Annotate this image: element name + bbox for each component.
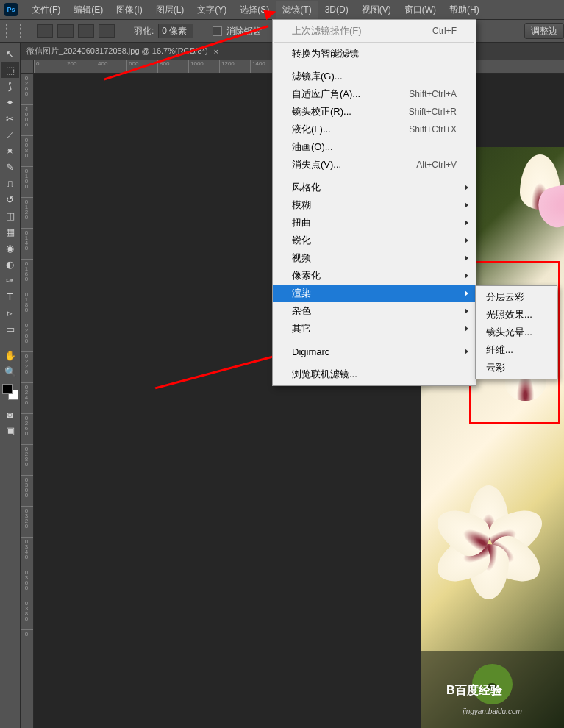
marquee-tool-icon[interactable]: ⬚ [1,62,19,78]
menu-video[interactable]: 视频 [273,249,476,267]
menu-help[interactable]: 帮助(H) [443,1,486,19]
menu-layer[interactable]: 图层(L) [149,1,191,19]
brush-tool-icon[interactable]: ✎ [1,159,19,175]
submenu-lens-flare[interactable]: 镜头光晕... [476,324,557,341]
type-tool-icon[interactable]: T [1,288,19,304]
menu-3d[interactable]: 3D(D) [318,1,355,18]
selection-intersect-icon[interactable] [99,24,115,38]
menu-blur[interactable]: 模糊 [273,196,476,214]
submenu-difference-clouds[interactable]: 分层云彩 [476,288,557,306]
menu-edit[interactable]: 编辑(E) [67,1,110,19]
antialias-label: 消除锯齿 [226,25,262,38]
menu-file[interactable]: 文件(F) [25,1,67,19]
menu-oil-paint[interactable]: 油画(O)... [273,138,476,156]
watermark-brand: B百度经验 [446,683,502,699]
feather-label: 羽化: [134,25,154,38]
menu-type[interactable]: 文字(Y) [190,1,233,19]
move-tool-icon[interactable]: ↖ [1,46,19,62]
screenmode-icon[interactable]: ▣ [1,422,19,438]
menu-distort[interactable]: 扭曲 [273,214,476,232]
filter-dropdown-menu: 上次滤镜操作(F) Ctrl+F 转换为智能滤镜 滤镜库(G)... 自适应广角… [272,19,476,386]
menu-bar: Ps 文件(F) 编辑(E) 图像(I) 图层(L) 文字(Y) 选择(S) 滤… [0,0,564,19]
menu-adaptive-wide[interactable]: 自适应广角(A)... Shift+Ctrl+A [273,85,476,103]
feather-input[interactable] [158,24,193,38]
menu-other[interactable]: 其它 [273,320,476,338]
ruler-vertical[interactable]: 0200400600800100012001400160018002000220… [21,74,34,728]
ruler-corner [21,60,34,74]
menu-stylize[interactable]: 风格化 [273,179,476,196]
ps-logo-icon[interactable]: Ps [4,3,18,16]
quickmask-icon[interactable]: ◙ [1,406,19,422]
menu-render[interactable]: 渲染 [273,285,476,302]
watermark: B百度经验 jingyan.baidu.com [421,651,564,728]
marquee-tool-icon[interactable] [6,24,21,38]
menu-convert-smart[interactable]: 转换为智能滤镜 [273,45,476,63]
selection-subtract-icon[interactable] [78,24,94,38]
history-brush-icon[interactable]: ↺ [1,191,19,207]
menu-select[interactable]: 选择(S) [233,1,276,19]
menu-lens-correction[interactable]: 镜头校正(R)... Shift+Ctrl+R [273,103,476,121]
antialias-checkbox[interactable] [213,26,222,36]
tab-close-icon[interactable]: × [214,47,218,56]
shape-tool-icon[interactable]: ▭ [1,321,19,337]
watermark-url: jingyan.baidu.com [463,707,522,715]
selection-add-icon[interactable] [57,24,74,38]
lasso-tool-icon[interactable]: ⟆ [1,78,19,94]
foreground-color[interactable] [2,384,13,394]
menu-filter-gallery[interactable]: 滤镜库(G)... [273,68,476,85]
selection-new-icon[interactable] [37,24,53,38]
menu-view[interactable]: 视图(V) [355,1,398,19]
color-swatch[interactable] [2,384,18,400]
path-tool-icon[interactable]: ▹ [1,304,19,321]
toolbox: ↖ ⬚ ⟆ ✦ ✂ ⟋ ✷ ✎ ⎍ ↺ ◫ ▦ ◉ ◐ ✑ T ▹ ▭ ✋ 🔍 … [0,43,21,728]
menu-browse-online[interactable]: 浏览联机滤镜... [273,365,476,383]
eyedropper-tool-icon[interactable]: ⟋ [1,126,19,143]
menu-window[interactable]: 窗口(W) [398,1,443,19]
menu-vanishing-point[interactable]: 消失点(V)... Alt+Ctrl+V [273,156,476,174]
render-submenu: 分层云彩 光照效果... 镜头光晕... 纤维... 云彩 [475,285,557,379]
refine-edge-button[interactable]: 调整边 [524,23,564,39]
wand-tool-icon[interactable]: ✦ [1,94,19,110]
submenu-lighting-effects[interactable]: 光照效果... [476,306,557,324]
pen-tool-icon[interactable]: ✑ [1,272,19,288]
menu-noise[interactable]: 杂色 [273,302,476,320]
stamp-tool-icon[interactable]: ⎍ [1,175,19,191]
hand-tool-icon[interactable]: ✋ [1,347,19,363]
eraser-tool-icon[interactable]: ◫ [1,207,19,224]
menu-last-filter[interactable]: 上次滤镜操作(F) Ctrl+F [273,22,476,40]
gradient-tool-icon[interactable]: ▦ [1,224,19,240]
menu-pixelate[interactable]: 像素化 [273,267,476,285]
menu-liquify[interactable]: 液化(L)... Shift+Ctrl+X [273,121,476,138]
menu-image[interactable]: 图像(I) [110,1,149,19]
crop-tool-icon[interactable]: ✂ [1,110,19,126]
submenu-clouds[interactable]: 云彩 [476,359,557,377]
submenu-fibers[interactable]: 纤维... [476,341,557,359]
menu-digimarc[interactable]: Digimarc [273,343,476,360]
zoom-tool-icon[interactable]: 🔍 [1,363,19,379]
menu-filter[interactable]: 滤镜(T) [276,1,318,19]
dodge-tool-icon[interactable]: ◐ [1,256,19,272]
document-tab-label: 微信图片_20240603172058.jpg @ 16.7%(RGB/8*) [26,46,208,57]
healing-tool-icon[interactable]: ✷ [1,143,19,159]
blur-tool-icon[interactable]: ◉ [1,240,19,256]
menu-sharpen[interactable]: 锐化 [273,232,476,249]
